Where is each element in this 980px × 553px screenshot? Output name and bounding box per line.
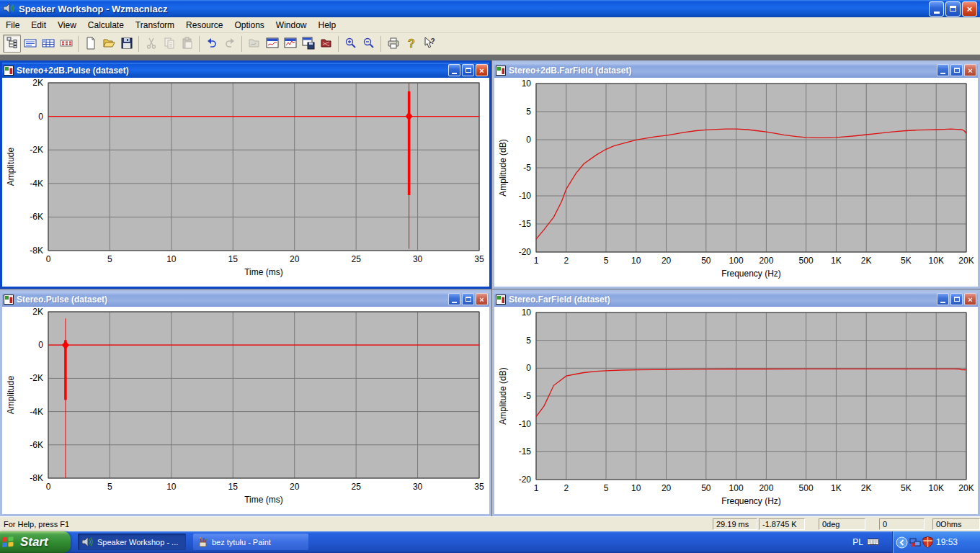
svg-text:-15: -15	[519, 446, 532, 457]
svg-text:10: 10	[522, 307, 532, 318]
svg-text:-10: -10	[519, 419, 532, 429]
security-shield-icon[interactable]	[922, 536, 933, 548]
maximize-button[interactable]	[945, 1, 961, 17]
chart-area: 051015202530352K0-2K-4K-6K-8KTime (ms)Am…	[2, 78, 489, 287]
cut-icon	[145, 37, 158, 51]
app-title: Speaker Workshop - Wzmacniacz	[19, 4, 929, 14]
svg-text:50: 50	[701, 483, 711, 493]
svg-text:0: 0	[38, 340, 43, 350]
folder-chart-icon	[248, 37, 261, 51]
paste-button	[178, 35, 196, 53]
child-close-button[interactable]: ×	[476, 293, 488, 305]
child-titlebar[interactable]: Stereo+2dB.FarField (dataset)×	[494, 63, 978, 78]
grid-table-button[interactable]	[39, 35, 57, 53]
status-bar: For Help, press F1 29.19 ms-1.8745 K0deg…	[0, 516, 980, 531]
svg-text:10: 10	[522, 78, 532, 89]
menu-file[interactable]: File	[0, 18, 25, 32]
svg-text:-20: -20	[519, 475, 532, 485]
svg-text:Frequency (Hz): Frequency (Hz)	[721, 496, 781, 506]
app-titlebar[interactable]: Speaker Workshop - Wzmacniacz ×	[0, 0, 980, 17]
context-help-button[interactable]: ?	[420, 35, 438, 53]
svg-text:Frequency (Hz): Frequency (Hz)	[721, 269, 781, 279]
svg-text:2K: 2K	[32, 307, 43, 317]
driver-table-button[interactable]	[21, 35, 39, 53]
svg-text:20: 20	[662, 256, 672, 266]
menu-resource[interactable]: Resource	[180, 18, 228, 32]
child-minimize-button[interactable]	[448, 293, 460, 305]
child-close-button[interactable]: ×	[964, 293, 976, 305]
child-titlebar[interactable]: Stereo.Pulse (dataset)×	[2, 292, 489, 307]
toolbar-separator	[199, 36, 200, 52]
child-window-title: Stereo+2dB.FarField (dataset)	[509, 66, 935, 76]
print-button[interactable]	[384, 35, 402, 53]
save-button[interactable]	[117, 35, 135, 53]
new-button[interactable]	[81, 35, 99, 53]
child-window-title: Stereo.Pulse (dataset)	[17, 295, 447, 305]
chart-window-icon	[266, 37, 279, 51]
child-maximize-button[interactable]	[950, 293, 963, 305]
menu-help[interactable]: Help	[313, 18, 342, 32]
chart-window-button[interactable]	[263, 35, 281, 53]
taskbar-task[interactable]: Speaker Workshop - ...	[78, 534, 186, 550]
child-titlebar[interactable]: Stereo.FarField (dataset)×	[494, 292, 978, 307]
network-offline-icon[interactable]	[909, 537, 921, 547]
svg-text:500: 500	[799, 483, 814, 493]
undo-button[interactable]	[202, 35, 220, 53]
windows-flag-icon	[0, 534, 16, 551]
sample-panel: 0	[879, 518, 925, 530]
svg-text:20: 20	[290, 482, 300, 492]
maximize-icon	[950, 6, 956, 12]
table-grid-icon	[42, 37, 55, 51]
menu-view[interactable]: View	[52, 18, 82, 32]
collapse-chevron-icon[interactable]	[896, 536, 908, 549]
child-close-button[interactable]: ×	[476, 64, 488, 76]
tree-view-button[interactable]	[3, 35, 21, 53]
child-titlebar[interactable]: Stereo+2dB.Pulse (dataset)×	[2, 63, 489, 78]
menu-edit[interactable]: Edit	[25, 18, 52, 32]
svg-text:-8K: -8K	[30, 246, 43, 256]
keyboard-icon[interactable]	[867, 536, 879, 548]
child-maximize-button[interactable]	[462, 64, 474, 76]
svg-text:20K: 20K	[958, 483, 974, 493]
svg-text:10: 10	[166, 482, 177, 492]
paint-icon	[197, 536, 208, 548]
svg-text:Amplitude (dB): Amplitude (dB)	[498, 367, 508, 424]
child-minimize-button[interactable]	[448, 64, 460, 76]
close-button[interactable]: ×	[962, 1, 977, 17]
menu-window[interactable]: Window	[270, 18, 313, 32]
child-maximize-button[interactable]	[950, 64, 963, 76]
menu-calculate[interactable]: Calculate	[82, 18, 130, 32]
window-save-icon	[302, 37, 315, 51]
start-button[interactable]: Start	[0, 531, 71, 553]
svg-text:Amplitude: Amplitude	[6, 148, 16, 186]
help-button[interactable]: ?	[402, 35, 420, 53]
language-indicator[interactable]: PL	[852, 537, 863, 547]
child-minimize-button[interactable]	[937, 64, 949, 76]
trace-window-button[interactable]	[281, 35, 299, 53]
minimize-button[interactable]	[929, 1, 944, 17]
phase-panel: 0deg	[819, 518, 865, 530]
zoom-in-button[interactable]	[342, 35, 360, 53]
export-chart-button[interactable]	[317, 35, 335, 53]
dataset-icon	[496, 295, 506, 305]
zoom-out-button[interactable]	[360, 35, 378, 53]
menu-options[interactable]: Options	[228, 18, 270, 32]
chart-plot: 1251020501002005001K2K5K10K20K1050-5-10-…	[494, 307, 978, 514]
value-table-button[interactable]	[57, 35, 75, 53]
child-minimize-button[interactable]	[937, 293, 949, 305]
taskbar-task[interactable]: bez tytułu - Paint	[193, 534, 308, 550]
copy-icon	[163, 37, 176, 51]
task-label: bez tytułu - Paint	[212, 538, 271, 547]
child-close-button[interactable]: ×	[964, 64, 976, 76]
menu-transform[interactable]: Transform	[130, 18, 180, 32]
svg-text:50: 50	[701, 256, 711, 266]
language-bar[interactable]: PL	[852, 531, 879, 553]
save-chart-button[interactable]	[299, 35, 317, 53]
svg-text:?: ?	[430, 37, 435, 45]
svg-text:0: 0	[526, 135, 531, 145]
svg-text:20: 20	[662, 483, 672, 493]
undo-icon	[205, 37, 218, 51]
chart-plot: 051015202530352K0-2K-4K-6K-8KTime (ms)Am…	[2, 307, 489, 514]
open-button[interactable]	[99, 35, 117, 53]
child-maximize-button[interactable]	[462, 293, 474, 305]
